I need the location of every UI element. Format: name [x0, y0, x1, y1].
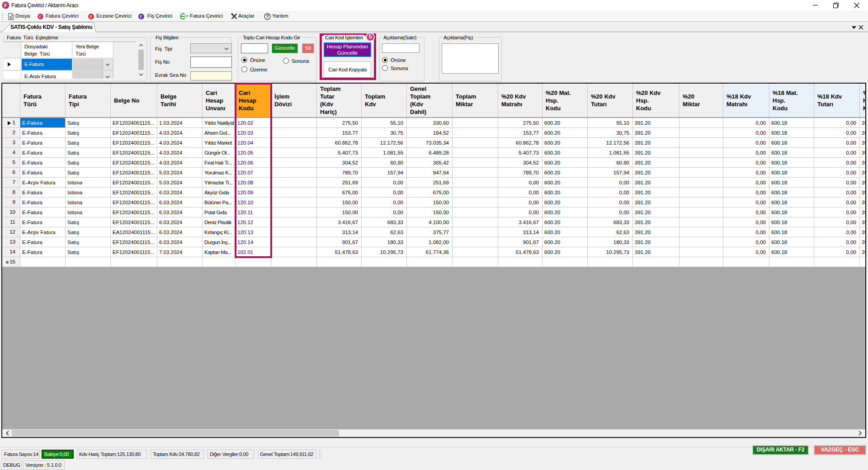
svg-text:F: F — [140, 14, 142, 19]
svg-text:E: E — [90, 14, 93, 19]
svg-text:F: F — [39, 14, 42, 19]
svg-text:F: F — [4, 3, 7, 8]
svg-text:?: ? — [266, 14, 269, 19]
